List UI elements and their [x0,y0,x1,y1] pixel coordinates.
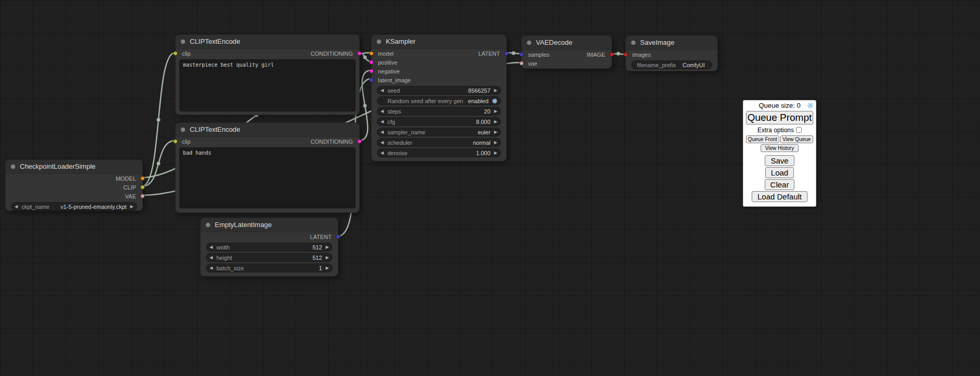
settings-gear-icon[interactable] [807,102,814,109]
input-slot-vae[interactable] [519,61,524,66]
collapse-dot-icon[interactable] [180,127,186,132]
decrement-arrow-icon[interactable]: ◀ [381,89,384,93]
collapse-dot-icon[interactable] [526,40,532,45]
input-slot-samples[interactable] [519,52,524,57]
node-title: KSampler [386,37,415,45]
output-slot-latent[interactable] [504,51,509,56]
increment-arrow-icon[interactable]: ▶ [326,245,329,249]
node-clip-text-encode-positive[interactable]: CLIPTextEncode clip CONDITIONING masterp… [175,34,360,115]
queue-front-button[interactable]: Queue Front [746,135,779,143]
output-slot-vae[interactable] [140,194,145,198]
output-slot-clip[interactable] [140,185,145,190]
output-slot-latent[interactable] [336,234,340,239]
input-slot-positive[interactable] [369,60,374,65]
slot-row: negative [372,67,506,76]
widget-value: normal [473,140,491,146]
decrement-arrow-icon[interactable]: ◀ [15,205,18,209]
queue-prompt-button[interactable]: Queue Prompt [746,111,813,124]
increment-arrow-icon[interactable]: ▶ [494,151,497,155]
collapse-dot-icon[interactable] [10,164,16,169]
slot-row: MODEL [6,174,142,183]
link-midpoint-dot [157,118,161,122]
increment-arrow-icon[interactable]: ▶ [494,109,497,114]
output-label-conditioning: CONDITIONING [311,139,353,145]
widget-seed[interactable]: ◀ seed 8566257 ▶ [377,86,501,95]
decrement-arrow-icon[interactable]: ◀ [381,130,384,134]
widget-scheduler[interactable]: ◀ scheduler normal ▶ [377,138,501,147]
node-title-bar[interactable]: VAEDecode [522,36,611,50]
input-slot-clip[interactable] [173,139,178,144]
decrement-arrow-icon[interactable]: ◀ [210,245,213,249]
extra-options-label: Extra options [757,127,794,134]
collapse-dot-icon[interactable] [205,222,211,228]
increment-arrow-icon[interactable]: ▶ [326,256,329,260]
node-title-bar[interactable]: CLIPTextEncode [176,123,359,137]
extra-options-checkbox[interactable] [796,127,802,133]
node-title-bar[interactable]: KSampler [372,35,506,49]
collapse-dot-icon[interactable] [631,40,636,45]
node-title-bar[interactable]: SaveImage [626,36,717,50]
widget-width[interactable]: ◀ width 512 ▶ [206,243,333,252]
view-queue-button[interactable]: View Queue [780,135,814,143]
prompt-textarea[interactable]: masterpiece best quality girl [179,59,356,111]
comfy-menu[interactable]: Queue size: 0 Queue Prompt Extra options… [743,100,816,207]
node-clip-text-encode-negative[interactable]: CLIPTextEncode clip CONDITIONING bad han… [175,122,360,213]
node-ksampler[interactable]: KSampler model LATENT positive negative … [371,34,507,161]
input-slot-clip[interactable] [173,51,178,56]
input-slot-images[interactable] [623,52,628,57]
node-save-image[interactable]: SaveImage images filename_prefix ComfyUI [626,35,718,71]
toggle-on-icon[interactable] [492,98,497,104]
increment-arrow-icon[interactable]: ▶ [326,266,329,270]
slot-row: positive [372,58,506,67]
decrement-arrow-icon[interactable]: ◀ [381,141,384,145]
output-slot-conditioning[interactable] [357,51,362,56]
node-title: CLIPTextEncode [190,37,240,45]
increment-arrow-icon[interactable]: ▶ [130,205,133,209]
decrement-arrow-icon[interactable]: ◀ [381,109,384,114]
node-title-bar[interactable]: EmptyLatentImage [201,218,338,232]
prompt-textarea[interactable]: bad hands [179,147,356,208]
widget-value: enabled [468,98,488,104]
decrement-arrow-icon[interactable]: ◀ [210,266,213,270]
increment-arrow-icon[interactable]: ▶ [494,141,497,145]
output-slot-model[interactable] [140,176,145,181]
output-slot-conditioning[interactable] [357,139,362,144]
collapse-dot-icon[interactable] [180,39,186,44]
view-history-button[interactable]: View History [761,144,799,152]
node-empty-latent-image[interactable]: EmptyLatentImage LATENT ◀ width 512 ▶ ◀ … [200,218,338,277]
decrement-arrow-icon[interactable]: ◀ [381,120,384,124]
input-slot-model[interactable] [369,51,374,56]
decrement-arrow-icon[interactable]: ◀ [210,256,213,260]
increment-arrow-icon[interactable]: ▶ [494,120,497,124]
clear-button[interactable]: Clear [765,179,795,190]
slot-row: latent_image [372,76,506,84]
decrement-arrow-icon[interactable]: ◀ [381,151,384,155]
widget-ckpt-name[interactable]: ◀ ckpt_name v1-5-pruned-emaonly.ckpt ▶ [11,202,137,211]
load-button[interactable]: Load [765,167,794,178]
increment-arrow-icon[interactable]: ▶ [494,89,497,93]
increment-arrow-icon[interactable]: ▶ [494,130,497,134]
node-checkpoint-loader-simple[interactable]: CheckpointLoaderSimple MODEL CLIP VAE ◀ … [5,159,143,211]
node-title-bar[interactable]: CheckpointLoaderSimple [6,160,142,174]
widget-height[interactable]: ◀ height 512 ▶ [206,253,333,262]
graph-canvas[interactable]: CheckpointLoaderSimple MODEL CLIP VAE ◀ … [0,0,980,376]
widget-batch-size[interactable]: ◀ batch_size 1 ▶ [206,264,333,272]
widget-denoise[interactable]: ◀ denoise 1.000 ▶ [377,148,501,157]
queue-buttons-row: Queue Front View Queue [746,135,813,143]
widget-steps[interactable]: ◀ steps 20 ▶ [377,107,501,116]
node-title-bar[interactable]: CLIPTextEncode [176,35,359,49]
widget-random-seed-toggle[interactable]: Random seed after every gen enabled [377,96,501,105]
link-midpoint-dot [157,162,161,166]
output-slot-image[interactable] [609,52,614,57]
widget-cfg[interactable]: ◀ cfg 8.000 ▶ [377,117,501,126]
widget-sampler-name[interactable]: ◀ sampler_name euler ▶ [377,128,501,136]
input-slot-negative[interactable] [369,69,374,73]
node-vae-decode[interactable]: VAEDecode samples IMAGE vae [521,35,612,69]
save-button[interactable]: Save [765,155,794,166]
load-default-button[interactable]: Load Default [752,191,807,202]
collapse-dot-icon[interactable] [376,39,382,44]
input-label-negative: negative [378,68,400,74]
widget-value: 1 [319,265,322,271]
input-slot-latent-image[interactable] [369,78,374,82]
widget-filename-prefix[interactable]: filename_prefix ComfyUI [631,60,712,69]
